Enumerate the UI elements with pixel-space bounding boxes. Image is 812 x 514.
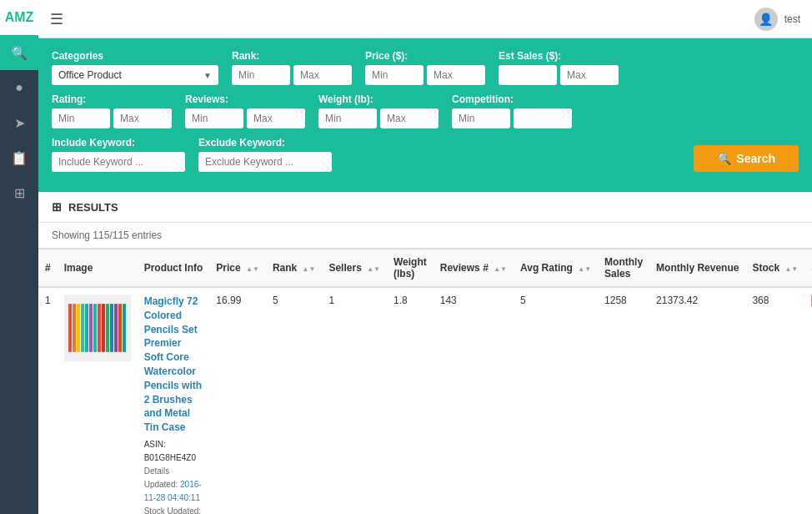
cell-weight: 1.8 [387, 287, 434, 514]
reviews-label: Reviews: [185, 93, 305, 105]
product-title[interactable]: Magicfly 72 Colored Pencils Set Premier … [144, 295, 203, 435]
price-min-input[interactable] [365, 65, 424, 85]
col-weight: Weight(lbs) [387, 249, 434, 288]
cell-reviews: 143 [434, 287, 514, 514]
svg-rect-13 [118, 304, 122, 352]
rank-label: Rank: [232, 50, 352, 62]
exclude-keyword-label: Exclude Keyword: [198, 137, 332, 149]
est-sales-min-input[interactable]: 1 [499, 65, 557, 85]
svg-rect-7 [93, 304, 97, 352]
topbar-right: 👤 test [754, 8, 800, 31]
filter-panel: Categories Office Product ▼ Rank: Price … [38, 38, 812, 192]
product-asin: ASIN: B01G8HE4Z0 [144, 440, 196, 462]
sidebar-icon-search[interactable]: 🔍 [0, 35, 38, 70]
filter-group-weight: Weight (lb): [318, 93, 439, 128]
price-max-input[interactable] [427, 65, 485, 85]
rank-inputs [232, 65, 352, 85]
competition-label: Competition: [452, 93, 572, 105]
include-keyword-label: Include Keyword: [52, 137, 185, 149]
sidebar: AMZ 🔍 ● ➤ 📋 ⊞ [0, 0, 38, 514]
results-area: ⊞ RESULTS Showing 115/115 entries # Imag… [38, 192, 812, 514]
cell-monthly-sales: 1258 [598, 287, 649, 514]
col-monthly-revenue: Monthly Revenue [649, 249, 745, 288]
filter-group-categories: Categories Office Product ▼ [52, 50, 218, 85]
filter-group-reviews: Reviews: [185, 93, 305, 128]
results-grid-icon: ⊞ [52, 200, 62, 214]
sidebar-icon-grid[interactable]: ⊞ [0, 175, 38, 210]
svg-rect-1 [68, 304, 72, 352]
weight-label: Weight (lb): [318, 93, 439, 105]
product-meta: ASIN: B01G8HE4Z0 Details Updated: 2016-1… [144, 438, 203, 514]
include-keyword-input[interactable] [52, 152, 185, 172]
app-logo: AMZ [0, 0, 38, 35]
svg-rect-11 [110, 304, 113, 352]
price-inputs [365, 65, 485, 85]
est-sales-max-input[interactable] [560, 65, 619, 85]
col-seller: Seller [804, 249, 812, 288]
col-product-info: Product Info [138, 249, 210, 288]
hamburger-icon[interactable]: ☰ [50, 10, 63, 28]
svg-rect-4 [81, 304, 84, 352]
competition-inputs: 1 [452, 108, 572, 128]
competition-max-input[interactable]: 1 [514, 108, 572, 128]
filter-group-rank: Rank: [232, 50, 352, 85]
svg-rect-6 [89, 304, 93, 352]
search-button-group: 🔍 Search [694, 145, 799, 172]
cell-sellers: 1 [322, 287, 387, 514]
cell-price: 16.99 [209, 287, 266, 514]
cell-num: 1 [38, 287, 58, 514]
rating-min-input[interactable] [52, 108, 110, 128]
col-image: Image [58, 249, 138, 288]
search-button[interactable]: 🔍 Search [694, 145, 799, 172]
cell-stock: 368 [745, 287, 804, 514]
categories-select-wrapper: Office Product ▼ [52, 65, 218, 85]
col-price[interactable]: Price ▲▼ [209, 249, 266, 288]
results-header-label: RESULTS [68, 201, 118, 214]
competition-min-input[interactable] [452, 108, 510, 128]
product-image [64, 295, 131, 361]
details-updated: 2016-11-28 04:40:11 [144, 480, 202, 502]
table-header-row: # Image Product Info Price ▲▼ Rank ▲▼ Se… [38, 249, 812, 288]
filter-row-1: Categories Office Product ▼ Rank: Price … [52, 50, 799, 85]
col-sellers[interactable]: Sellers ▲▼ [322, 249, 387, 288]
categories-select[interactable]: Office Product [52, 65, 218, 85]
topbar: ☰ 👤 test [38, 0, 812, 38]
col-rank[interactable]: Rank ▲▼ [266, 249, 323, 288]
svg-rect-2 [73, 304, 76, 352]
col-reviews[interactable]: Reviews # ▲▼ [434, 249, 514, 288]
rank-min-input[interactable] [232, 65, 290, 85]
search-icon: 🔍 [717, 152, 731, 165]
svg-rect-14 [123, 304, 126, 352]
weight-max-input[interactable] [380, 108, 439, 128]
sidebar-icon-document[interactable]: 📋 [0, 140, 38, 175]
weight-min-input[interactable] [318, 108, 377, 128]
filter-group-price: Price ($): [365, 50, 485, 85]
rating-label: Rating: [52, 93, 172, 105]
col-stock[interactable]: Stock ▲▼ [745, 249, 804, 288]
main-area: ☰ 👤 test Categories Office Product ▼ Ran… [38, 0, 812, 514]
results-table: # Image Product Info Price ▲▼ Rank ▲▼ Se… [38, 249, 812, 514]
rank-max-input[interactable] [293, 65, 352, 85]
sidebar-icon-circle[interactable]: ● [0, 70, 38, 105]
table-head: # Image Product Info Price ▲▼ Rank ▲▼ Se… [38, 249, 812, 288]
reviews-max-input[interactable] [247, 108, 305, 128]
filter-row-2: Rating: Reviews: Weight (lb): [52, 93, 799, 128]
svg-rect-5 [85, 304, 88, 352]
exclude-keyword-input[interactable] [198, 152, 332, 172]
filter-group-exclude-keyword: Exclude Keyword: [198, 137, 332, 172]
reviews-min-input[interactable] [185, 108, 243, 128]
rating-max-input[interactable] [113, 108, 172, 128]
avatar: 👤 [754, 8, 778, 31]
pencils-image [65, 295, 130, 360]
est-sales-label: Est Sales ($): [499, 50, 619, 62]
categories-label: Categories [52, 50, 218, 62]
col-avg-rating[interactable]: Avg Rating ▲▼ [514, 249, 598, 288]
filter-row-3: Include Keyword: Exclude Keyword: 🔍 Sear… [52, 137, 799, 172]
table-body: 1 Magicfly 72 Colored Pencils Set Premie… [38, 287, 812, 514]
svg-rect-10 [106, 304, 109, 352]
reviews-inputs [185, 108, 305, 128]
svg-rect-9 [102, 304, 105, 352]
sidebar-icon-arrow[interactable]: ➤ [0, 105, 38, 140]
filter-group-est-sales: Est Sales ($): 1 [499, 50, 619, 85]
cell-seller: FBA [804, 287, 812, 514]
